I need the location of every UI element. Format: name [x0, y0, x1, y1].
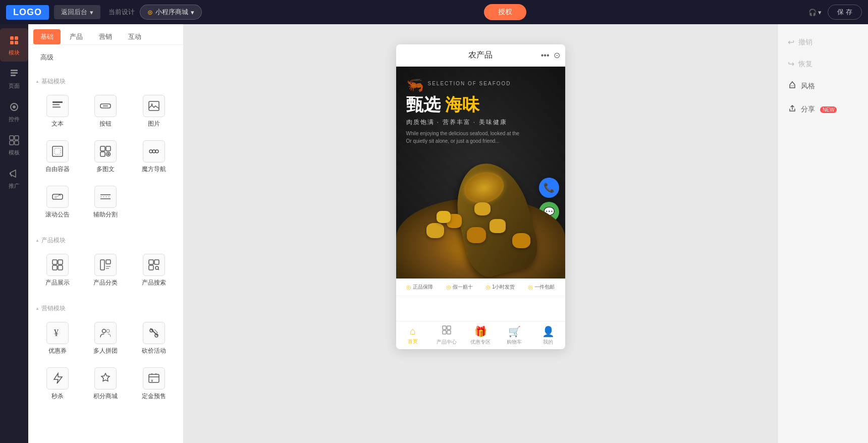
module-deposit-sale[interactable]: ¥ 定金预售: [132, 363, 176, 405]
phone-preview: 农产品 ••• ⊙ 🦐 SELECTION OF SEAFOOD: [396, 44, 565, 349]
module-coupon[interactable]: ¥ 优惠券: [35, 318, 80, 359]
price-cut-icon: [143, 322, 165, 344]
svg-rect-1: [15, 36, 18, 40]
product-search-icon: [143, 254, 165, 276]
module-price-cut[interactable]: 砍价活动: [132, 318, 176, 359]
more-icon[interactable]: •••: [541, 51, 550, 60]
sidebar-item-promote[interactable]: 推广: [0, 161, 28, 195]
tab-basic[interactable]: 基础: [33, 29, 61, 44]
module-product-category[interactable]: 产品分类: [84, 250, 128, 291]
module-button[interactable]: 按钮: [84, 91, 128, 132]
module-product-search-label: 产品搜索: [142, 279, 166, 287]
headset-icon: 🎧: [808, 9, 817, 16]
svg-rect-45: [154, 260, 159, 264]
module-product-display[interactable]: 产品展示: [35, 250, 80, 291]
style-action[interactable]: 风格: [786, 78, 860, 95]
nav-products[interactable]: 产品中心: [430, 325, 464, 346]
left-sidebar: 模块 页面 控件: [0, 24, 28, 443]
module-flash-sale[interactable]: 秒杀: [35, 363, 80, 405]
sidebar-item-module[interactable]: 模块: [0, 28, 28, 62]
marketing-modules-section: 营销模块 ¥ 优惠券: [28, 298, 183, 412]
chunk4: [490, 219, 506, 233]
target-icon[interactable]: ⊙: [554, 50, 560, 60]
module-container[interactable]: 自由容器: [35, 136, 80, 178]
nav-cart[interactable]: 🛒 购物车: [498, 325, 531, 346]
module-divider[interactable]: 辅助分割: [84, 182, 128, 223]
marketing-modules-title: 营销模块: [35, 304, 176, 313]
svg-rect-23: [100, 146, 105, 151]
tab-interactive[interactable]: 互动: [121, 29, 148, 44]
nav-home[interactable]: ⌂ 首页: [396, 325, 430, 345]
tab-advanced[interactable]: 高级: [33, 50, 61, 65]
svg-rect-4: [11, 70, 18, 71]
back-button[interactable]: 返回后台 ▾: [54, 5, 100, 19]
nav-deals-label: 优惠专区: [470, 339, 491, 346]
sidebar-item-page[interactable]: 页面: [0, 62, 28, 95]
redo-label: 恢复: [798, 60, 812, 69]
svg-rect-32: [52, 194, 63, 199]
quality-icon-1: ◎: [406, 284, 411, 291]
canvas-area: 农产品 ••• ⊙ 🦐 SELECTION OF SEAFOOD: [184, 24, 777, 443]
svg-rect-25: [100, 152, 105, 156]
module-magic-nav[interactable]: 魔方导航: [132, 136, 176, 178]
svg-rect-60: [447, 326, 451, 329]
topbar: LOGO 返回后台 ▾ 当前设计 ⊛ 小程序商城 ▾ 授权 🎧 ▾ 保 存: [0, 0, 868, 24]
module-icon: [7, 33, 21, 47]
module-group-buy[interactable]: 多人拼团: [84, 318, 128, 359]
svg-rect-36: [52, 260, 57, 264]
svg-rect-38: [52, 265, 57, 270]
svg-rect-54: [149, 374, 159, 382]
module-price-cut-label: 砍价活动: [142, 347, 166, 355]
divider-icon: [94, 186, 117, 208]
promote-icon: [7, 167, 21, 181]
quality-item-2: ◎ 假一赔十: [446, 284, 473, 291]
banner-area: 🦐 SELECTION OF SEAFOOD 甄选 海味 肉质饱满 · 营养丰富…: [396, 67, 565, 279]
module-product-search[interactable]: 产品搜索: [132, 250, 176, 291]
tab-marketing[interactable]: 营销: [92, 29, 119, 44]
module-multi-image[interactable]: 多图文: [84, 136, 128, 178]
module-product-display-label: 产品展示: [45, 279, 70, 287]
scroll-notice-icon: [46, 186, 69, 208]
module-points-mall[interactable]: 积分商城: [84, 363, 128, 405]
module-group-buy-label: 多人拼团: [93, 347, 118, 355]
float-phone-button[interactable]: 📞: [539, 178, 559, 198]
module-scroll-notice-label: 滚动公告: [45, 210, 70, 219]
share-action[interactable]: 分享 NEW: [786, 101, 860, 118]
nav-deals[interactable]: 🎁 优惠专区: [464, 325, 498, 346]
svg-rect-59: [443, 326, 446, 329]
auth-button[interactable]: 授权: [484, 4, 526, 20]
svg-rect-19: [149, 101, 159, 110]
redo-action[interactable]: ↪ 恢复: [786, 56, 860, 72]
mini-program-label: 小程序商城: [155, 8, 188, 17]
deposit-sale-icon: ¥: [143, 367, 165, 390]
sidebar-item-control[interactable]: 控件: [0, 95, 28, 128]
module-text[interactable]: 文本: [35, 91, 80, 132]
module-coupon-label: 优惠券: [48, 347, 67, 355]
svg-point-29: [149, 150, 152, 153]
nav-mine-label: 我的: [543, 339, 553, 346]
support-button[interactable]: 🎧 ▾: [808, 9, 822, 16]
tab-product[interactable]: 产品: [63, 29, 90, 44]
banner-title-part1: 甄选: [406, 95, 441, 114]
quality-text-2: 假一赔十: [453, 284, 473, 291]
chunk3: [467, 227, 486, 243]
undo-label: 撤销: [798, 38, 812, 47]
svg-rect-40: [100, 260, 104, 270]
nav-mine[interactable]: 👤 我的: [531, 325, 565, 346]
save-button[interactable]: 保 存: [828, 5, 862, 20]
module-scroll-notice[interactable]: 滚动公告: [35, 182, 80, 223]
magic-nav-icon: [143, 140, 165, 162]
style-icon: [788, 81, 797, 92]
module-image[interactable]: 图片: [132, 91, 176, 132]
chunk5: [512, 233, 530, 248]
svg-rect-13: [10, 173, 11, 175]
svg-line-48: [158, 269, 159, 270]
quality-icon-2: ◎: [446, 284, 451, 291]
undo-action[interactable]: ↩ 撤销: [786, 34, 860, 50]
basic-modules-grid: 文本 按钮: [35, 91, 176, 223]
mini-program-button[interactable]: ⊛ 小程序商城 ▾: [140, 5, 202, 20]
sidebar-item-template[interactable]: 模板: [0, 128, 28, 161]
sidebar-page-label: 页面: [9, 82, 20, 90]
banner-desc-line1: While enjoying the delicious seafood, lo…: [406, 130, 555, 137]
products-icon: [442, 325, 452, 338]
